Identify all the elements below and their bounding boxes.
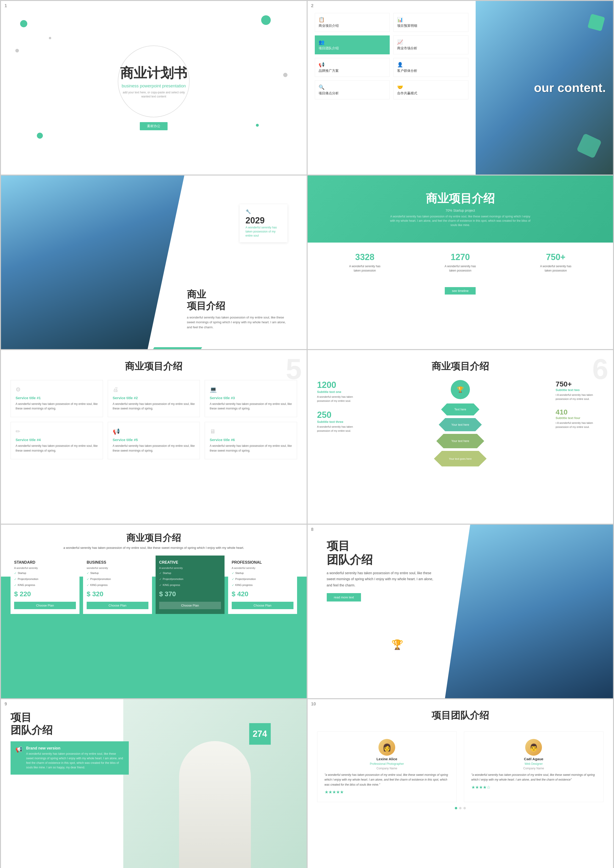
slide6-right-stats: 750+ Subtitle text two • A wonderful ser… (556, 380, 603, 467)
green-accent-3 (153, 347, 202, 349)
right-stat-2: 410 Subtitle text four • A wonderful ser… (556, 408, 603, 429)
slide-number-2: 2 (311, 3, 313, 8)
slide5-title: 商业项目介绍 (11, 360, 297, 373)
slide6-left-stats: 1200 Subtitle text one A wonderful seren… (317, 380, 365, 467)
slide-8: 8 项目团队介绍 a wonderful serenity has taken … (308, 525, 613, 698)
menu-icon-3: 👥 (319, 39, 386, 45)
slide1-sub-title: business powerpoint presentation (122, 84, 186, 89)
stat-number-2: 1270 (441, 252, 479, 262)
service-card-1: ⚙ Service title #1 A wonderful serenity … (11, 380, 103, 417)
stat-label-3: A wonderful serenity has taken possessio… (536, 264, 575, 273)
slide3-content: 商业项目介绍 a wonderful serenity has taken po… (187, 289, 287, 330)
service-card-3: 💻 Service title #3 A wonderful serenity … (205, 380, 297, 417)
person-info-1: 👩 Lexine Alice Professional Photographer… (325, 739, 449, 770)
slide6-content: 1200 Subtitle text one A wonderful seren… (317, 380, 604, 467)
menu-item-7[interactable]: 🔍 项目痛点分析 (315, 81, 390, 99)
plan-name-creative: CREATIVE (159, 560, 221, 565)
services-grid: ⚙ Service title #1 A wonderful serenity … (11, 380, 297, 459)
stat-label-2: A wonderful serenity has taken possessio… (441, 264, 479, 273)
slide4-desc: A wonderful serenity has taken possessio… (389, 214, 532, 227)
menu-icon-8: 🤝 (397, 84, 465, 90)
left-stat-desc-1: A wonderful serenity has taken possessio… (317, 395, 365, 403)
plan-tagline-standard: A wonderful serenity (14, 567, 76, 570)
choose-plan-business[interactable]: Choose Plan (87, 602, 149, 609)
feature-business-1: Startup (87, 571, 149, 575)
left-stat-1: 1200 Subtitle text one A wonderful seren… (317, 380, 365, 403)
slide9-info-box: 📢 Brand new version A wonderful serenity… (11, 741, 129, 775)
person-role-2: Web Designer (524, 762, 543, 766)
price-business: $ 320 (87, 590, 149, 598)
left-stat-subtitle-2: Subtitle text three (317, 420, 365, 424)
choose-plan-standard[interactable]: Choose Plan (14, 602, 76, 609)
menu-label-3: 项目团队介绍 (319, 46, 386, 51)
menu-label-2: 项目预算明细 (397, 24, 465, 28)
menu-item-5[interactable]: 📢 品牌推广方案 (315, 58, 390, 77)
testimonial-quote-2: "a wonderful serenity has taken possessi… (471, 772, 596, 782)
see-timeline-button[interactable]: see timeline (445, 287, 476, 295)
stat-3: 750+ A wonderful serenity has taken poss… (536, 252, 575, 273)
feature-standard-2: Project/promotion (14, 577, 76, 581)
menu-label-8: 合作共赢模式 (397, 91, 465, 96)
slide2-left: 📋 商业项目介绍 📊 项目预算明细 👥 项目团队介绍 📈 商业市场分析 📢 (308, 1, 476, 175)
circle-frame: 商业计划书 business powerpoint presentation a… (118, 45, 189, 117)
menu-item-6[interactable]: 👤 客户群体分析 (393, 58, 468, 77)
slide1-button[interactable]: 素材办公 (140, 122, 167, 130)
testimonial-1: 👩 Lexine Alice Professional Photographer… (317, 731, 457, 802)
choose-plan-creative[interactable]: Choose Plan (159, 602, 221, 609)
year-number: 2029 (246, 216, 282, 225)
person-name-2: Caël Agaue (524, 757, 543, 761)
slide-5: 5 商业项目介绍 ⚙ Service title #1 A wonderful … (1, 350, 307, 524)
service-icon-5: 📢 (113, 428, 195, 435)
service-desc-5: A wonderful serenity has taken possessio… (113, 444, 195, 453)
price-creative: $ 370 (159, 590, 221, 598)
rating-stars-1: ★★★★★ (325, 789, 449, 795)
slide4-header: 商业项目介绍 70% Startup project A wonderful s… (308, 175, 613, 242)
read-more-button[interactable]: read more text (327, 593, 361, 601)
plan-name-professional: PROFESSIONAL (232, 560, 293, 565)
service-card-5: 📢 Service title #5 A wonderful serenity … (108, 422, 200, 459)
hex-4: Your text goes here (434, 451, 487, 466)
dot-nav-1[interactable] (455, 807, 457, 809)
menu-icon-5: 📢 (319, 62, 386, 68)
stat-1: 3328 A wonderful serenity has taken poss… (346, 252, 384, 273)
menu-item-1[interactable]: 📋 商业项目介绍 (315, 13, 390, 32)
feature-business-3: KING progress (87, 583, 149, 587)
menu-item-8[interactable]: 🤝 合作共赢模式 (393, 81, 468, 99)
service-title-2: Service title #2 (113, 396, 195, 400)
right-stat-number-2: 410 (556, 408, 603, 416)
plan-professional: PROFESSIONAL A wonderful serenity Startu… (228, 556, 297, 614)
choose-plan-professional[interactable]: Choose Plan (232, 602, 293, 609)
slide-number-10: 10 (311, 702, 316, 707)
plan-name-standard: STANDARD (14, 560, 76, 565)
slide7-title: 商业项目介绍 (11, 532, 297, 544)
service-title-3: Service title #3 (210, 396, 292, 400)
right-stat-number-1: 750+ (556, 380, 603, 388)
plans-row: STANDARD A wonderful serenity Startup Pr… (11, 556, 297, 614)
slide4-stats: 3328 A wonderful serenity has taken poss… (308, 242, 613, 282)
slide-9: 9 项目团队介绍 📢 Brand new version A wonderful… (1, 699, 307, 868)
hexagon-chart: 🏆 Text here Your text here Your text her… (372, 380, 549, 467)
slide-number-1: 1 (5, 3, 7, 8)
menu-item-2[interactable]: 📊 项目预算明细 (393, 13, 468, 32)
right-stat-subtitle-2: Subtitle text four (556, 416, 603, 420)
plan-business: BUSINESS wonderful serenity Startup Proj… (83, 556, 152, 614)
dot-nav-2[interactable] (459, 807, 462, 809)
slide-10: 10 项目团队介绍 👩 Lexine Alice Professional Ph… (308, 699, 613, 868)
person-info-2: 👨 Caël Agaue Web Designer Company Name (471, 739, 596, 770)
menu-icon-4: 📈 (397, 39, 465, 45)
service-desc-3: A wonderful serenity has taken possessio… (210, 402, 292, 411)
menu-label-7: 项目痛点分析 (319, 91, 386, 96)
year-box: 🔧 2029 A wonderful serenity has taken po… (240, 204, 287, 242)
menu-label-5: 品牌推广方案 (319, 69, 386, 73)
menu-item-4[interactable]: 📈 商业市场分析 (393, 36, 468, 54)
menu-icon-7: 🔍 (319, 84, 386, 90)
trophy-hex: 🏆 (451, 380, 470, 399)
slide4-title: 商业项目介绍 (426, 191, 495, 206)
service-title-4: Service title #4 (16, 438, 98, 442)
menu-item-3[interactable]: 👥 项目团队介绍 (315, 36, 390, 54)
price-professional: $ 420 (232, 590, 293, 598)
menu-label-4: 商业市场分析 (397, 46, 465, 51)
service-icon-6: 🖥 (210, 428, 292, 435)
dot-nav-3[interactable] (464, 807, 466, 809)
stat-number-1: 3328 (346, 252, 384, 262)
